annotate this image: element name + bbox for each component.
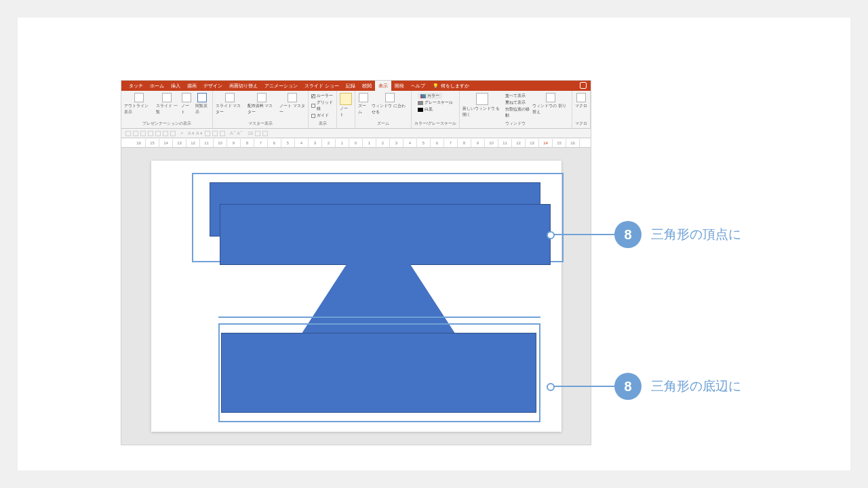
- qat-icon[interactable]: [125, 131, 131, 136]
- tell-me-label: 何をしますか: [441, 83, 469, 89]
- blackwhite-button[interactable]: 白黒: [418, 106, 433, 113]
- qat-icon[interactable]: [133, 131, 138, 136]
- group-label: マスター表示: [248, 121, 273, 127]
- callout-bottom: 8 三角形の底辺に: [551, 373, 741, 400]
- group-color-grayscale: カラー グレースケール 白黒 カラー/グレースケール: [412, 91, 460, 128]
- qat-icon[interactable]: [140, 131, 146, 136]
- qat-icon[interactable]: [163, 131, 168, 136]
- group-label: ズーム: [377, 121, 389, 127]
- handout-master-button[interactable]: 配布資料 マスター: [248, 93, 277, 115]
- notes-page-button[interactable]: ノー ト: [181, 93, 193, 115]
- trapezoid-shape[interactable]: [302, 262, 455, 333]
- switch-windows-button[interactable]: ウィンドウの 切り替え: [532, 93, 569, 115]
- ribbon-body: アウトライン 表示 スライド 一覧 ノー ト 閲覧表示 プレゼンテーションの表示…: [121, 91, 591, 129]
- group-master-views: スライド マスター 配布資料 マスター ノート マスター マスター表示: [213, 91, 309, 128]
- outline-view-button[interactable]: アウトライン 表示: [124, 93, 153, 115]
- qat-icon[interactable]: [212, 131, 218, 136]
- macros-button[interactable]: マクロ: [575, 93, 587, 109]
- arrange-all-button[interactable]: 並べて表示: [505, 93, 526, 99]
- step-badge: 8: [614, 373, 642, 400]
- gridlines-checkbox[interactable]: グリッド線: [311, 100, 334, 112]
- slide-master-button[interactable]: スライド マスター: [216, 93, 245, 115]
- group-notes: ノー ト: [337, 91, 355, 128]
- callout-text: 三角形の底辺に: [651, 378, 741, 395]
- group-window: 新しいウィンドウ を開く 並べて表示 重ねて表示 分割位置の移動 ウィンドウの …: [460, 91, 572, 128]
- notes-toggle-button[interactable]: ノー ト: [340, 93, 352, 118]
- color-button[interactable]: カラー: [418, 93, 442, 99]
- slide-canvas[interactable]: [151, 161, 561, 432]
- tab-help[interactable]: ヘルプ: [408, 81, 429, 91]
- zoom-button[interactable]: ズーム: [358, 93, 369, 115]
- tab-record[interactable]: 記録: [342, 81, 359, 91]
- powerpoint-window: タッチ ホーム 挿入 描画 デザイン 画面切り替え アニメーション スライド シ…: [121, 80, 591, 445]
- tell-me-search[interactable]: 💡 何をしますか: [433, 83, 469, 89]
- qat-icon[interactable]: [220, 131, 225, 136]
- selection-line: [218, 317, 540, 318]
- grayscale-button[interactable]: グレースケール: [418, 100, 453, 106]
- slide-edit-area[interactable]: [121, 148, 591, 445]
- qat-icon[interactable]: [170, 131, 176, 136]
- ruler-checkbox[interactable]: ルーラー: [311, 93, 333, 99]
- share-icon[interactable]: [580, 82, 587, 89]
- group-label: プレゼンテーションの表示: [142, 121, 191, 127]
- ribbon-tab-bar: タッチ ホーム 挿入 描画 デザイン 画面切り替え アニメーション スライド シ…: [121, 81, 591, 91]
- tab-review[interactable]: 校閲: [359, 81, 375, 91]
- new-window-button[interactable]: 新しいウィンドウ を開く: [462, 93, 502, 118]
- group-label: 表示: [319, 121, 327, 127]
- tab-touch[interactable]: タッチ: [125, 81, 146, 91]
- group-zoom: ズーム ウィンドウ に合わせる ズーム: [355, 91, 411, 128]
- font-size-value[interactable]: 18: [248, 131, 253, 136]
- tab-insert[interactable]: 挿入: [167, 81, 184, 91]
- tab-draw[interactable]: 描画: [184, 81, 200, 91]
- group-label: ウィンドウ: [505, 121, 526, 127]
- group-presentation-views: アウトライン 表示 スライド 一覧 ノー ト 閲覧表示 プレゼンテーションの表示: [121, 91, 213, 128]
- page-background: タッチ ホーム 挿入 描画 デザイン 画面切り替え アニメーション スライド シ…: [18, 18, 850, 470]
- move-split-button[interactable]: 分割位置の移動: [505, 106, 530, 119]
- tab-slideshow[interactable]: スライド ショー: [301, 81, 342, 91]
- lightbulb-icon: 💡: [433, 83, 439, 89]
- tab-animations[interactable]: アニメーション: [261, 81, 301, 91]
- callout-text: 三角形の頂点に: [651, 226, 741, 243]
- slide-sorter-button[interactable]: スライド 一覧: [156, 93, 178, 115]
- tab-view[interactable]: 表示: [375, 81, 391, 91]
- fit-window-button[interactable]: ウィンドウ に合わせる: [372, 93, 408, 115]
- guides-checkbox[interactable]: ガイド: [311, 113, 329, 119]
- notes-master-button[interactable]: ノート マスター: [279, 93, 305, 115]
- group-macros: マクロ マクロ: [572, 91, 591, 128]
- magnifier-icon: [359, 93, 368, 102]
- qat-icon[interactable]: [255, 131, 260, 136]
- cascade-button[interactable]: 重ねて表示: [505, 100, 526, 106]
- rectangle-shape[interactable]: [221, 333, 536, 413]
- quick-access-toolbar: ≡ A ▾ A ▾ A˄ A˅ 18: [121, 129, 591, 138]
- callout-leader: [551, 234, 616, 235]
- callout-leader: [551, 386, 616, 387]
- tab-developer[interactable]: 開発: [391, 81, 408, 91]
- tab-transitions[interactable]: 画面切り替え: [226, 81, 261, 91]
- qat-icon[interactable]: [205, 131, 210, 136]
- rectangle-shape[interactable]: [220, 204, 551, 265]
- qat-icon[interactable]: [148, 131, 153, 136]
- group-show: ルーラー グリッド線 ガイド 表示: [309, 91, 337, 128]
- group-label: カラー/グレースケール: [414, 121, 456, 127]
- group-label: マクロ: [575, 121, 587, 127]
- reading-view-button[interactable]: 閲覧表示: [195, 93, 210, 115]
- qat-icon[interactable]: [262, 131, 268, 136]
- callout-top: 8 三角形の頂点に: [551, 221, 741, 248]
- step-badge: 8: [614, 221, 642, 248]
- tab-design[interactable]: デザイン: [200, 81, 226, 91]
- tab-home[interactable]: ホーム: [146, 81, 167, 91]
- qat-icon[interactable]: [155, 131, 161, 136]
- horizontal-ruler[interactable]: 1615141312111098765432101234567891011121…: [121, 138, 591, 148]
